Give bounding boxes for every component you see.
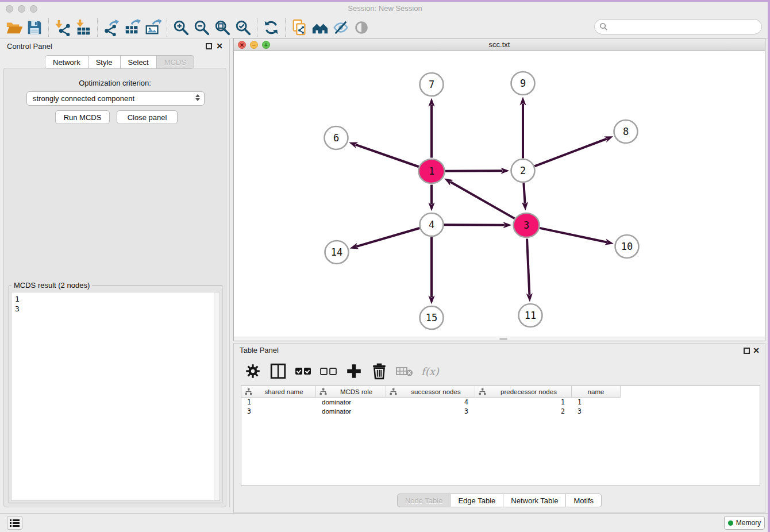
toolbar-separator (285, 18, 286, 37)
graph-node-1[interactable]: 1 (419, 159, 445, 183)
export-network-icon[interactable] (101, 18, 122, 37)
close-panel-button[interactable]: Close panel (117, 110, 178, 124)
edge-3-10[interactable] (540, 228, 607, 242)
add-column-icon[interactable] (345, 363, 363, 380)
graph-node-4[interactable]: 4 (420, 213, 444, 236)
delete-column-icon[interactable] (371, 363, 388, 380)
cell-predecessor-nodes: 1 (475, 398, 572, 406)
toolbar-separator (257, 18, 257, 37)
graph-node-6[interactable]: 6 (325, 126, 348, 149)
export-table-icon[interactable] (122, 18, 143, 37)
search-icon (599, 22, 608, 31)
search-box[interactable] (594, 19, 762, 34)
graph-node-9[interactable]: 9 (511, 72, 535, 95)
show-hidden-icon[interactable] (351, 18, 372, 37)
toolbar-separator (167, 18, 167, 37)
network-hscroll-thumb[interactable] (499, 338, 507, 340)
first-neighbors-icon[interactable] (310, 18, 330, 37)
column-header-MCDS-role[interactable]: MCDS role (316, 386, 386, 398)
hide-selected-icon[interactable] (330, 18, 351, 37)
export-image-icon[interactable] (143, 18, 163, 37)
graph-node-3[interactable]: 3 (514, 213, 540, 237)
cell-successor-nodes: 3 (386, 407, 475, 415)
save-session-icon[interactable] (24, 18, 45, 37)
delete-table-icon[interactable] (396, 363, 413, 380)
mcds-result-box[interactable]: 1 3 (11, 292, 220, 501)
edge-3-1[interactable] (451, 182, 515, 219)
graph-node-10[interactable]: 10 (615, 235, 639, 258)
edge-2-8[interactable] (534, 139, 607, 167)
graph-node-15[interactable]: 15 (420, 306, 444, 329)
edge-1-2[interactable] (445, 171, 502, 171)
select-stepper-icon (195, 94, 200, 101)
close-panel-icon[interactable]: ✕ (216, 41, 223, 51)
float-panel-icon[interactable] (206, 43, 212, 49)
cell-shared-name: 3 (241, 407, 316, 415)
tab-network[interactable]: Network (45, 55, 88, 69)
column-view-icon[interactable] (270, 363, 287, 380)
graph-node-11[interactable]: 11 (519, 304, 542, 327)
column-label: name (572, 388, 620, 395)
column-type-icon (479, 388, 486, 395)
zoom-in-icon[interactable] (171, 18, 191, 37)
graph-node-8[interactable]: 8 (614, 120, 638, 143)
task-history-button[interactable] (7, 516, 22, 530)
tab-edge-table[interactable]: Edge Table (451, 494, 503, 507)
svg-text:15: 15 (426, 312, 437, 323)
zoom-selected-icon[interactable] (233, 18, 253, 37)
network-canvas[interactable]: 1234678910111415 (234, 51, 765, 337)
tab-network-table[interactable]: Network Table (503, 494, 566, 507)
select-all-columns-icon[interactable] (295, 363, 312, 380)
column-type-icon (319, 388, 327, 395)
deselect-all-columns-icon[interactable] (320, 363, 337, 380)
graph-node-7[interactable]: 7 (420, 73, 444, 96)
network-window-titlebar[interactable]: ✕ − + scc.txt (234, 38, 765, 51)
app-title: Session: New Session (0, 4, 770, 13)
network-window-title: scc.txt (234, 40, 765, 49)
tab-style[interactable]: Style (88, 55, 121, 69)
search-input[interactable] (608, 22, 752, 31)
network-hscrollbar[interactable] (234, 337, 765, 341)
tab-motifs[interactable]: Motifs (566, 494, 602, 507)
memory-button[interactable]: Memory (724, 516, 765, 530)
run-mcds-button[interactable]: Run MCDS (55, 110, 110, 124)
graph-node-14[interactable]: 14 (325, 241, 349, 264)
tab-node-table[interactable]: Node Table (397, 494, 451, 507)
tab-select[interactable]: Select (121, 55, 157, 69)
zoom-fit-icon[interactable] (212, 18, 233, 37)
column-type-icon (245, 388, 252, 395)
result-scrollbar[interactable] (214, 292, 220, 500)
graph-node-2[interactable]: 2 (511, 159, 535, 182)
function-builder-icon[interactable]: f(x) (421, 365, 439, 377)
open-file-icon[interactable] (3, 18, 24, 37)
mcds-result-group: MCDS result (2 nodes) 1 3 (9, 286, 222, 503)
import-table-icon[interactable] (73, 18, 94, 37)
column-label: predecessor nodes (486, 388, 571, 395)
column-header-predecessor-nodes[interactable]: predecessor nodes (475, 386, 572, 398)
edge-4-3[interactable] (444, 225, 505, 225)
control-panel-tabs: NetworkStyleSelectMCDS (45, 55, 194, 69)
column-label: MCDS role (327, 388, 386, 395)
refresh-icon[interactable] (261, 18, 282, 37)
import-network-icon[interactable] (52, 18, 73, 37)
edge-3-11[interactable] (527, 238, 529, 295)
criterion-select[interactable]: strongly connected component (26, 91, 205, 106)
edge-2-3[interactable] (523, 183, 525, 203)
float-table-panel-icon[interactable] (744, 348, 750, 354)
column-header-name[interactable]: name (572, 386, 621, 398)
edge-1-6[interactable] (356, 145, 419, 167)
table-row[interactable]: 3dominator323 (241, 407, 760, 416)
close-table-panel-icon[interactable]: ✕ (753, 346, 760, 355)
clone-network-icon[interactable] (289, 18, 310, 37)
gear-icon[interactable] (244, 363, 261, 380)
edge-4-14[interactable] (356, 228, 419, 246)
desktop-edge-right (768, 0, 770, 532)
zoom-out-icon[interactable] (191, 18, 212, 37)
column-header-successor-nodes[interactable]: successor nodes (386, 386, 475, 398)
column-header-shared-name[interactable]: shared name (241, 386, 316, 398)
svg-text:14: 14 (331, 246, 342, 258)
svg-text:11: 11 (525, 310, 536, 321)
table-row[interactable]: 1dominator411 (241, 398, 760, 407)
tab-mcds[interactable]: MCDS (157, 55, 194, 69)
svg-text:7: 7 (429, 79, 434, 90)
